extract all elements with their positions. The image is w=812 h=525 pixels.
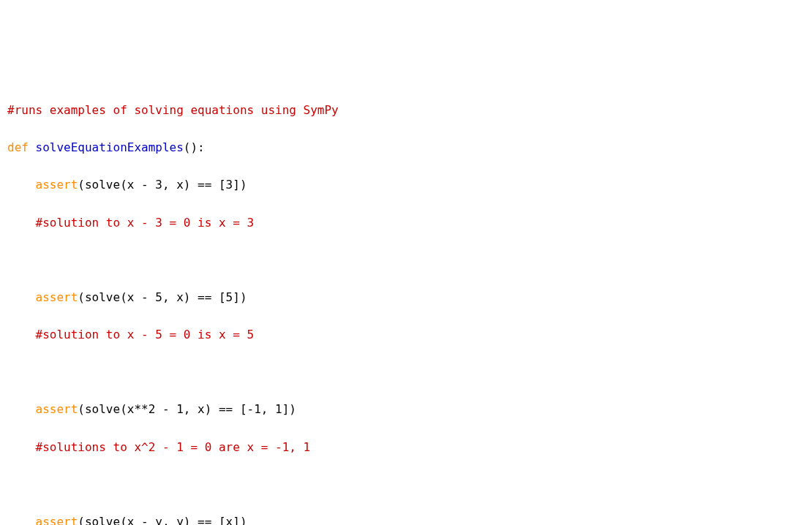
code-line: def solveEquationExamples():: [7, 138, 805, 157]
comment-text: #solution to x - 3 = 0 is x = 3: [36, 216, 255, 230]
comment-text: #runs examples of solving equations usin…: [7, 103, 339, 117]
code-line: #solution to x - 3 = 0 is x = 3: [7, 214, 805, 233]
comment-text: #solution to x - 5 = 0 is x = 5: [36, 328, 255, 341]
code-text: (solve(x - 5, x) == [5]): [78, 290, 247, 304]
code-line: assert(solve(x - 3, x) == [3]): [7, 175, 805, 194]
code-line: #solutions to x^2 - 1 = 0 are x = -1, 1: [7, 438, 805, 457]
keyword-assert: assert: [36, 402, 78, 416]
code-line: assert(solve(x - y, y) == [x]): [7, 513, 805, 525]
keyword-assert: assert: [36, 178, 78, 192]
code-line: assert(solve(x**2 - 1, x) == [-1, 1]): [7, 400, 805, 419]
code-line: [7, 363, 805, 382]
comment-text: #solutions to x^2 - 1 = 0 are x = -1, 1: [36, 440, 311, 454]
code-line: [7, 475, 805, 494]
code-text: ():: [184, 140, 205, 154]
keyword-assert: assert: [36, 290, 78, 304]
code-text: (solve(x - 3, x) == [3]): [78, 178, 247, 192]
keyword-assert: assert: [36, 515, 78, 525]
code-line: #solution to x - 5 = 0 is x = 5: [7, 325, 805, 344]
code-line: #runs examples of solving equations usin…: [7, 101, 805, 120]
code-line: assert(solve(x - 5, x) == [5]): [7, 288, 805, 307]
code-text: (solve(x - y, y) == [x]): [78, 515, 247, 525]
code-text: (solve(x**2 - 1, x) == [-1, 1]): [78, 402, 296, 416]
code-block: #runs examples of solving equations usin…: [7, 82, 805, 525]
keyword-def: def: [7, 140, 29, 154]
code-line: [7, 251, 805, 270]
function-name: solveEquationExamples: [36, 140, 184, 154]
